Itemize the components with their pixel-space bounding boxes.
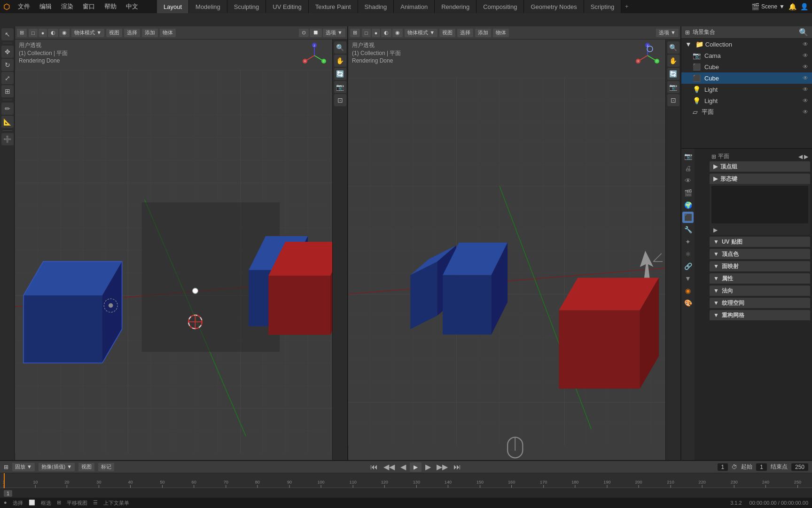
timeline-jump-start-btn[interactable]: ⏮ <box>368 463 380 471</box>
notifications[interactable]: 🔔 <box>789 3 796 10</box>
prop-constraints-icon[interactable]: 🔗 <box>682 261 694 272</box>
prop-data-icon[interactable]: ▼ <box>682 273 694 284</box>
shading-material[interactable]: ◐ <box>48 29 58 37</box>
preferences[interactable]: 👤 <box>800 3 808 10</box>
vp-r-zoom-btn[interactable]: 🔍 <box>667 41 679 54</box>
menu-lang[interactable]: 中文 <box>121 0 143 13</box>
shading-wireframe[interactable]: □ <box>29 29 38 37</box>
prop-view-icon[interactable]: 👁 <box>682 175 694 186</box>
timeline-prev-frame-btn[interactable]: ◀ <box>398 462 408 471</box>
tool-move[interactable]: ✥ <box>1 46 14 58</box>
vp-r-options[interactable]: 选项 ▼ <box>656 29 679 37</box>
outliner-item-cube-2[interactable]: ⬛ Cube 👁 <box>681 72 812 84</box>
light1-eye-icon[interactable]: 👁 <box>803 86 808 93</box>
menu-help[interactable]: 帮助 <box>100 0 121 13</box>
tab-geometry-nodes[interactable]: Geometry Nodes <box>524 0 584 13</box>
tab-layout[interactable]: Layout <box>157 0 189 13</box>
vp-r-shading-material[interactable]: ◐ <box>381 29 391 37</box>
current-frame-field[interactable]: 1 <box>718 463 728 471</box>
cube2-eye-icon[interactable]: 👁 <box>803 75 808 81</box>
vp-mode-btn[interactable]: 物体模式 ▼ <box>71 29 104 37</box>
prop-physics-icon[interactable]: ⚛ <box>682 248 694 260</box>
prop-shader-icon[interactable]: 🎨 <box>682 297 694 309</box>
vp-view-btn[interactable]: 视图 <box>106 29 122 37</box>
tool-measure[interactable]: 📐 <box>1 116 14 128</box>
timeline-play-btn[interactable]: ▶ <box>410 462 422 472</box>
vp-r-shading-solid[interactable]: ● <box>372 29 381 37</box>
vp-r-mode-btn[interactable]: 物体模式 ▼ <box>405 29 437 37</box>
timeline-playback-btn[interactable]: 固放 ▼ <box>12 463 35 471</box>
section-face-maps-header[interactable]: ▼ 面映射 <box>710 261 810 271</box>
tool-annotate[interactable]: ✏ <box>1 103 14 115</box>
collection-eye-icon[interactable]: 👁 <box>803 41 808 48</box>
tab-texture-paint[interactable]: Texture Paint <box>309 0 358 13</box>
vp-select-btn[interactable]: 选择 <box>124 29 140 37</box>
vp-orbit-btn[interactable]: 🔄 <box>334 68 346 80</box>
prop-render-icon[interactable]: 📷 <box>682 151 694 162</box>
vp-r-object-btn[interactable]: 物体 <box>493 29 509 37</box>
vp-r-shading-wireframe[interactable]: □ <box>362 29 371 37</box>
section-vertex-groups-header[interactable]: ▶ 顶点组 <box>710 161 810 172</box>
prop-world-icon[interactable]: 🌍 <box>682 199 694 211</box>
outliner-item-camera[interactable]: 📷 Cama 👁 <box>681 50 812 61</box>
timeline-interpolation-btn[interactable]: 抱像(插值) ▼ <box>39 463 75 471</box>
timeline-ruler[interactable]: 1 10 20 30 40 50 60 70 80 90 1 <box>0 473 812 488</box>
menu-edit[interactable]: 编辑 <box>35 0 56 13</box>
tab-animation[interactable]: Animation <box>394 0 435 13</box>
section-texture-space-header[interactable]: ▼ 纹理空间 <box>710 298 810 308</box>
vp-options[interactable]: 选项 ▼ <box>323 29 345 37</box>
timeline-frame-display[interactable]: 1 <box>4 490 12 497</box>
section-attributes-header[interactable]: ▼ 属性 <box>710 273 810 284</box>
vp-snap[interactable]: 🔲 <box>310 29 322 37</box>
tab-scripting[interactable]: Scripting <box>584 0 622 13</box>
vp-r-editor-type-btn[interactable]: ⊞ <box>350 29 360 37</box>
tool-transform[interactable]: ⊞ <box>1 85 14 97</box>
timeline-view-btn[interactable]: 视图 <box>78 463 94 471</box>
camera-eye-icon[interactable]: 👁 <box>803 52 808 59</box>
start-frame-field[interactable]: 1 <box>756 463 767 471</box>
outliner-item-light-2[interactable]: 💡 Light 👁 <box>681 95 812 106</box>
prop-modifier-icon[interactable]: 🔧 <box>682 224 694 235</box>
tab-uv-editing[interactable]: UV Editing <box>266 0 308 13</box>
tool-select[interactable]: ↖ <box>1 28 14 40</box>
section-normals-header[interactable]: ▼ 法向 <box>710 286 810 296</box>
section-shape-keys-header[interactable]: ▶ 形态键 <box>710 174 810 184</box>
section-uv-maps-header[interactable]: ▼ UV 贴图 <box>710 237 810 247</box>
tab-rendering[interactable]: Rendering <box>435 0 476 13</box>
menu-render[interactable]: 渲染 <box>56 0 78 13</box>
shading-render[interactable]: ◉ <box>59 29 70 37</box>
light2-eye-icon[interactable]: 👁 <box>803 97 808 104</box>
plane-eye-icon[interactable]: 👁 <box>803 109 808 115</box>
tab-sculpting[interactable]: Sculpting <box>227 0 266 13</box>
section-remesh-header[interactable]: ▼ 重构网格 <box>710 310 810 320</box>
vp-camera-btn[interactable]: 📷 <box>334 81 346 93</box>
cube1-eye-icon[interactable]: 👁 <box>803 64 808 70</box>
vp-proportional[interactable]: ⊙ <box>299 29 309 37</box>
outliner-search[interactable]: 🔍 <box>799 28 808 37</box>
tab-compositing[interactable]: Compositing <box>476 0 524 13</box>
timeline-next-btn[interactable]: ▶▶ <box>435 462 450 471</box>
outliner-item-collection[interactable]: ▼ 📁 Collection 👁 <box>681 39 812 50</box>
tool-scale[interactable]: ⤢ <box>1 72 14 84</box>
timeline-prev-btn[interactable]: ◀◀ <box>382 462 397 471</box>
vp-object-btn[interactable]: 物体 <box>160 29 176 37</box>
vp-add-btn[interactable]: 添加 <box>142 29 158 37</box>
tool-add[interactable]: ➕ <box>1 133 14 145</box>
vp-r-pan-btn[interactable]: ✋ <box>667 55 679 67</box>
vp-r-view-btn[interactable]: 视图 <box>439 29 455 37</box>
viewport-right[interactable]: ⊞ □ ● ◐ ◉ 物体模式 ▼ 视图 选择 添加 物体 选项 ▼ 用户透视 <box>348 26 680 470</box>
end-frame-field[interactable]: 250 <box>791 463 808 471</box>
viewport-left[interactable]: ⊞ □ ● ◐ ◉ 物体模式 ▼ 视图 选择 添加 物体 ⊙ 🔲 选项 ▼ <box>15 26 348 470</box>
prop-output-icon[interactable]: 🖨 <box>682 163 694 174</box>
prop-material-icon[interactable]: ◉ <box>682 285 694 296</box>
vp-r-shading-render[interactable]: ◉ <box>392 29 403 37</box>
outliner-item-plane[interactable]: ▱ 平面 👁 <box>681 106 812 118</box>
timeline-jump-end-btn[interactable]: ⏭ <box>452 463 463 471</box>
vp-r-persp-btn[interactable]: ⊡ <box>667 94 679 106</box>
prop-object-icon[interactable]: ⬛ <box>682 212 694 223</box>
shading-solid[interactable]: ● <box>39 29 47 37</box>
prop-particles-icon[interactable]: ✦ <box>682 236 694 247</box>
vp-r-orbit-btn[interactable]: 🔄 <box>667 68 679 80</box>
tool-rotate[interactable]: ↻ <box>1 59 14 71</box>
play-icon[interactable]: ▶ <box>713 227 718 233</box>
